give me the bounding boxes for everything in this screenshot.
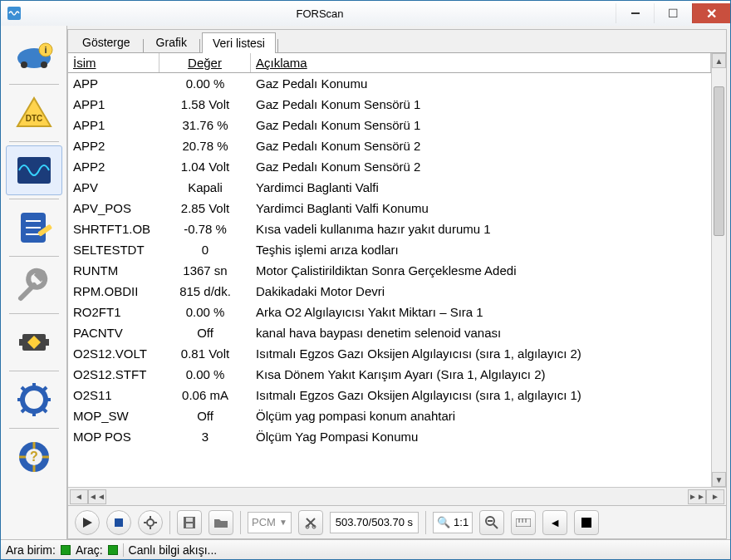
cell-desc: Yardimci Baglanti Valfi — [251, 180, 711, 194]
cell-value: 0.81 Volt — [159, 346, 251, 361]
svg-line-24 — [42, 407, 47, 412]
sidebar-live-data[interactable] — [6, 145, 62, 195]
sidebar-dtc[interactable]: DTC — [6, 88, 62, 138]
svg-line-26 — [22, 407, 27, 412]
save-button[interactable] — [177, 510, 202, 535]
table-row[interactable]: O2S110.06 mAIsıtmalı Egzos Gazı Oksijen … — [68, 385, 711, 405]
table-row[interactable]: SELTESTDT0Teşhis işlemi arıza kodları — [68, 239, 711, 260]
tab-graph[interactable]: Grafik — [145, 32, 198, 52]
nav-last-icon[interactable]: ► — [706, 489, 724, 504]
chevron-down-icon: ▼ — [279, 518, 287, 527]
cell-value: 0 — [159, 243, 251, 257]
table-row[interactable]: APP131.76 %Gaz Pedalı Konum Sensörü 1 — [68, 115, 711, 135]
minimize-button[interactable] — [616, 3, 654, 23]
settings-button[interactable] — [138, 510, 163, 535]
cell-desc: Yardimci Baglanti Valfi Konumu — [251, 201, 711, 215]
vehicle-ok-icon — [108, 545, 118, 555]
zoom-label: 1:1 — [454, 516, 469, 528]
zoom-1-1-button[interactable]: 🔍 1:1 — [433, 512, 473, 533]
table-row[interactable]: APP21.04 VoltGaz Pedalı Konum Sensörü 2 — [68, 156, 711, 177]
cell-desc: Dakikadaki Motor Devri — [251, 284, 711, 298]
stop-button[interactable] — [106, 510, 131, 535]
svg-rect-55 — [581, 518, 591, 528]
zoom-out-button[interactable] — [479, 510, 504, 535]
cell-value: 0.00 % — [159, 367, 251, 381]
cell-value: -0.78 % — [159, 222, 251, 236]
cell-desc: Gaz Pedalı Konum Sensörü 2 — [251, 160, 711, 174]
sidebar-separator — [9, 428, 59, 429]
main-panel: Gösterge Grafik Veri listesi İsim Değer … — [67, 29, 727, 539]
col-value[interactable]: Değer — [159, 53, 251, 72]
close-button[interactable]: ✕ — [692, 3, 730, 23]
svg-line-23 — [22, 387, 27, 392]
cell-name: RPM.OBDII — [68, 284, 159, 298]
sidebar-vehicle-info[interactable]: i — [6, 31, 62, 81]
status-stream-text: Canlı bilgi akışı... — [129, 543, 218, 557]
table-row[interactable]: O2S12.VOLT0.81 VoltIsıtmalı Egzos Gazı O… — [68, 343, 711, 364]
sidebar-service[interactable] — [6, 260, 62, 310]
nav-first-icon[interactable]: ◄ — [70, 489, 88, 504]
sidebar-settings[interactable] — [6, 375, 62, 425]
scroll-thumb[interactable] — [714, 86, 724, 236]
cell-value: 1.04 Volt — [159, 160, 251, 174]
cell-desc: Kısa vadeli kullanıma hazır yakıt durumu… — [251, 222, 711, 236]
table-row[interactable]: O2S12.STFT0.00 %Kısa Dönem Yakıt Karışım… — [68, 364, 711, 385]
cell-value: 0.00 % — [159, 305, 251, 319]
cell-desc: Isıtmalı Egzos Gazı Oksijen Algılayıcısı… — [251, 346, 711, 361]
marker-color-button[interactable] — [574, 510, 599, 535]
table-row[interactable]: RPM.OBDII815 d/dk.Dakikadaki Motor Devri — [68, 281, 711, 302]
svg-rect-42 — [186, 518, 193, 522]
scroll-up-icon[interactable]: ▲ — [712, 53, 726, 68]
svg-rect-51 — [516, 518, 531, 527]
ruler-button[interactable] — [511, 510, 536, 535]
cut-button[interactable] — [298, 510, 323, 535]
play-button[interactable] — [75, 510, 100, 535]
col-desc[interactable]: Açıklama — [251, 53, 711, 72]
zoom-in-icon: 🔍 — [437, 516, 450, 528]
cell-name: SELTESTDT — [68, 243, 159, 257]
table-row[interactable]: APVKapaliYardimci Baglanti Valfi — [68, 177, 711, 198]
table-row[interactable]: RO2FT10.00 %Arka O2 Algılayıcısı Yakıt M… — [68, 302, 711, 322]
table-row[interactable]: MOP_SWOffÖlçüm yag pompasi konum anahtar… — [68, 405, 711, 426]
svg-point-3 — [41, 61, 47, 68]
cell-value: 0.00 % — [159, 76, 251, 91]
open-button[interactable] — [209, 510, 233, 535]
table-row[interactable]: APP220.78 %Gaz Pedalı Konum Sensörü 2 — [68, 135, 711, 156]
table-row[interactable]: MOP POS3Ölçüm Yag Pompasi Konumu — [68, 426, 711, 447]
status-vehicle-label: Araç: — [76, 543, 103, 557]
cell-name: PACNTV — [68, 326, 159, 340]
vertical-scrollbar[interactable]: ▲ ▼ — [711, 53, 726, 487]
tab-data-list[interactable]: Veri listesi — [202, 32, 276, 53]
cell-name: APP2 — [68, 139, 159, 153]
table-row[interactable]: SHRTFT1.OB-0.78 %Kısa vadeli kullanıma h… — [68, 219, 711, 239]
table-row[interactable]: APV_POS2.85 VoltYardimci Baglanti Valfi … — [68, 198, 711, 219]
cell-value: 31.76 % — [159, 118, 251, 132]
marker-prev-button[interactable]: ◄ — [542, 510, 567, 535]
tab-gauge[interactable]: Gösterge — [71, 32, 141, 52]
cell-value: 1367 sn — [159, 263, 251, 278]
col-name[interactable]: İsim — [68, 53, 159, 72]
cell-name: APP1 — [68, 118, 159, 132]
cell-desc: Kısa Dönem Yakıt Karışım Ayarı (Sıra 1, … — [251, 367, 711, 381]
svg-text:DTC: DTC — [25, 114, 42, 123]
nav-fast-fwd-icon[interactable]: ►► — [688, 489, 706, 504]
scroll-down-icon[interactable]: ▼ — [712, 472, 726, 487]
cell-name: SHRTFT1.OB — [68, 222, 159, 236]
table-row[interactable]: APP0.00 %Gaz Pedalı Konumu — [68, 73, 711, 94]
time-display: 503.70/503.70 s — [330, 512, 419, 533]
module-selector[interactable]: PCM ▼ — [248, 512, 292, 533]
table-row[interactable]: RUNTM1367 snMotor Çalistirildiktan Sonra… — [68, 260, 711, 281]
table-row[interactable]: PACNTVOffkanal hava baypası denetim sele… — [68, 322, 711, 343]
svg-point-2 — [21, 61, 27, 68]
nav-fast-back-icon[interactable]: ◄◄ — [88, 489, 106, 504]
svg-rect-8 — [17, 157, 51, 184]
sidebar-help[interactable]: ? — [6, 432, 62, 482]
data-grid: İsim Değer Açıklama APP0.00 %Gaz Pedalı … — [68, 53, 711, 487]
svg-line-25 — [42, 387, 47, 392]
sidebar-tests[interactable] — [6, 203, 62, 253]
sidebar-config[interactable] — [6, 317, 62, 367]
maximize-button[interactable]: ☐ — [654, 3, 692, 23]
titlebar: FORScan ☐ ✕ — [1, 1, 730, 26]
svg-rect-43 — [186, 523, 193, 528]
table-row[interactable]: APP11.58 VoltGaz Pedalı Konum Sensörü 1 — [68, 94, 711, 115]
